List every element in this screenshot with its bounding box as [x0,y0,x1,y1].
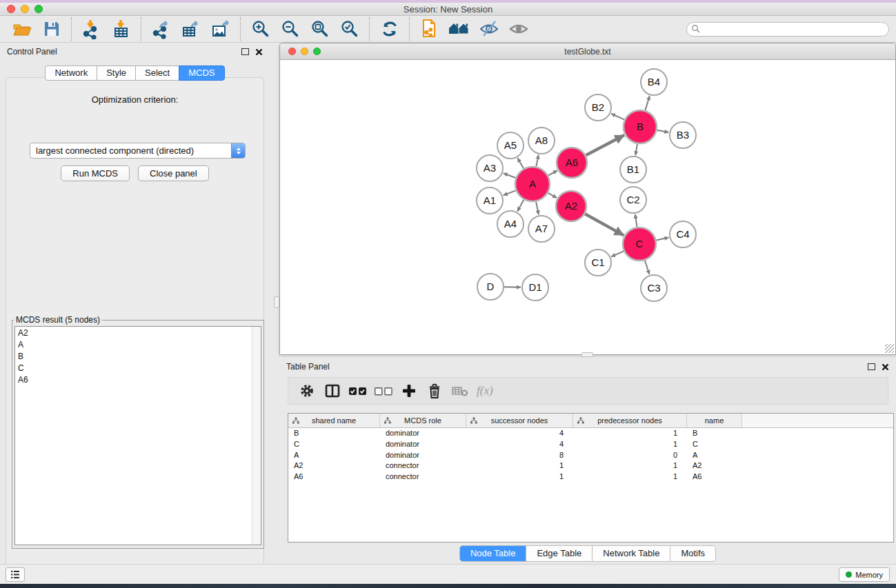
graph-node-C3[interactable]: C3 [641,275,667,301]
zoom-out-button[interactable] [275,17,305,41]
refresh-layout-button[interactable] [375,17,404,41]
tab-mcds[interactable]: MCDS [179,65,224,81]
create-column-button[interactable] [396,379,421,403]
float-panel-icon[interactable] [241,48,249,55]
float-panel-icon[interactable] [868,363,875,370]
mcds-result-list[interactable]: A2 A B C A6 [14,326,261,545]
graph-node-C2[interactable]: C2 [620,187,646,213]
network-window-titlebar[interactable]: testGlobe.txt [280,43,895,60]
graph-edge-A-A1[interactable] [504,190,516,195]
close-panel-icon[interactable] [882,363,889,371]
graph-node-A4[interactable]: A4 [497,211,524,237]
graph-node-A[interactable]: A [515,167,550,201]
graph-edge-A-A3[interactable] [504,173,516,178]
graph-node-A6[interactable]: A6 [557,148,587,178]
graph-node-A2[interactable]: A2 [556,191,586,221]
tab-network[interactable]: Network [45,65,97,81]
table-row[interactable]: A2connector11A2 [288,460,893,472]
show-panels-button[interactable] [6,567,25,582]
graph-node-B1[interactable]: B1 [620,156,646,183]
graph-node-B[interactable]: B [624,110,657,143]
panel-divider-handle[interactable] [274,296,279,308]
optimization-criterion-dropdown[interactable]: largest connected component (directed) [30,143,246,159]
tab-motifs[interactable]: Motifs [670,545,716,562]
graph-edge-A-A6[interactable] [548,171,557,176]
graph-edge-B-B1[interactable] [635,144,637,156]
graph-node-C4[interactable]: C4 [670,221,696,247]
graph-node-B4[interactable]: B4 [641,69,667,95]
zoom-selected-button[interactable] [335,17,364,41]
graph-edge-B-B2[interactable] [611,114,624,120]
graph-edge-A-A8[interactable] [536,155,539,167]
graph-edge-C-C1[interactable] [611,251,624,256]
zoom-fit-button[interactable] [305,17,335,41]
column-header-MCDS-role[interactable]: MCDS role [380,414,466,427]
memory-button[interactable]: Memory [839,567,890,582]
close-panel-button[interactable]: Close panel [138,165,209,181]
zoom-window-button[interactable] [34,5,43,13]
network-zoom-button[interactable] [313,48,321,55]
export-table-button[interactable] [176,17,206,41]
new-network-from-selection-button[interactable] [415,17,444,41]
graph-node-A3[interactable]: A3 [477,155,503,181]
graph-edge-A-A2[interactable] [548,193,557,198]
search-field[interactable] [686,22,889,37]
window-titlebar[interactable]: Session: New Session [0,3,896,16]
graph-edge-A-A5[interactable] [517,158,524,168]
table-row[interactable]: Bdominator41B [288,428,893,439]
graph-node-D[interactable]: D [477,274,504,300]
graph-node-C[interactable]: C [623,227,656,261]
import-table-button[interactable] [106,17,136,41]
delete-column-button[interactable] [421,379,447,403]
import-network-button[interactable] [77,17,106,41]
graph-node-B2[interactable]: B2 [585,94,611,121]
save-session-button[interactable] [37,17,66,41]
tab-network-table[interactable]: Network Table [592,545,670,562]
mcds-result-item[interactable]: C [15,362,261,374]
tab-edge-table[interactable]: Edge Table [526,545,593,562]
graph-edge-A2-C[interactable] [585,214,624,235]
graph-edge-C-C3[interactable] [645,261,650,274]
column-header-shared-name[interactable]: shared name [288,414,380,427]
first-neighbors-button[interactable] [444,17,474,41]
graph-node-C1[interactable]: C1 [585,250,611,276]
column-header-name[interactable]: name [687,414,742,427]
mcds-result-item[interactable]: A6 [15,374,261,385]
network-canvas[interactable]: B4B2BB3A5A8A6B1A3AC2A1A2A4A7C4CC1C3DD1 [280,60,895,354]
show-columns-button[interactable] [319,379,345,403]
graph-node-A5[interactable]: A5 [497,132,524,159]
graph-edge-B-B4[interactable] [645,96,649,110]
network-minimize-button[interactable] [301,48,308,55]
tab-select[interactable]: Select [135,65,179,81]
hide-selection-button[interactable] [474,17,504,41]
function-builder-button[interactable]: f(x) [477,384,493,398]
mcds-result-item[interactable]: A2 [15,327,261,338]
graph-node-A1[interactable]: A1 [477,187,503,214]
mcds-result-item[interactable]: A [15,338,261,350]
tab-node-table[interactable]: Node Table [459,545,527,562]
column-header-predecessor-nodes[interactable]: predecessor nodes [573,414,687,427]
graph-node-D1[interactable]: D1 [522,274,548,301]
column-header-successor-nodes[interactable]: successor nodes [466,414,573,427]
table-row[interactable]: A6connector11A6 [288,472,893,483]
show-all-button[interactable] [504,17,533,41]
window-resize-grip[interactable] [885,344,894,353]
minimize-window-button[interactable] [21,5,29,13]
tab-style[interactable]: Style [97,65,136,81]
graph-node-B3[interactable]: B3 [670,122,696,148]
graph-edge-A-A4[interactable] [517,200,524,212]
network-graph[interactable]: B4B2BB3A5A8A6B1A3AC2A1A2A4A7C4CC1C3DD1 [280,60,895,354]
graph-edge-C-C2[interactable] [635,214,637,227]
graph-edge-B-B3[interactable] [657,130,669,132]
open-file-button[interactable] [7,17,37,41]
graph-node-A8[interactable]: A8 [528,128,555,154]
table-row[interactable]: Adominator80A [288,450,893,461]
mcds-result-item[interactable]: B [15,350,261,362]
select-all-columns-button[interactable] [345,379,370,403]
unselect-all-columns-button[interactable] [370,379,396,403]
delete-table-button[interactable] [447,379,472,403]
close-panel-icon[interactable] [255,48,263,56]
graph-edge-A6-B[interactable] [586,135,624,155]
table-settings-button[interactable] [294,379,319,403]
zoom-in-button[interactable] [246,17,275,41]
